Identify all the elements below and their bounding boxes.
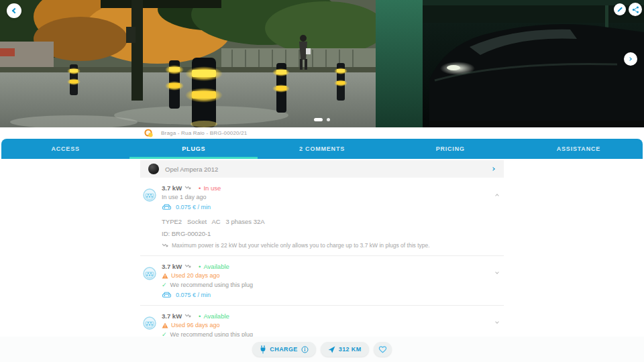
- plug-item-3[interactable]: 3.7 kW • Available Used 96 days ago: [140, 306, 504, 337]
- tab-plugs[interactable]: PLUGS: [129, 139, 258, 159]
- chevron-right-icon: [628, 57, 632, 61]
- plug-used-note: Used 96 days ago: [171, 322, 220, 328]
- plug-power: 3.7 kW: [162, 263, 182, 270]
- zigzag-arrow-icon: [184, 185, 192, 191]
- share-button[interactable]: [629, 3, 642, 16]
- station-marker-icon: [144, 129, 153, 137]
- tab-plugs-label: PLUGS: [182, 145, 205, 152]
- status-dot: •: [199, 263, 201, 269]
- location-row: Braga - Rua Raio - BRG-00020/21: [0, 127, 644, 139]
- info-icon[interactable]: [301, 346, 309, 353]
- charging-station-page: Braga - Rua Raio - BRG-00020/21 ACCESS P…: [0, 0, 644, 362]
- location-label: Braga - Rua Raio - BRG-00020/21: [161, 130, 248, 136]
- navigation-arrow-icon: [328, 346, 335, 353]
- car-icon: [162, 292, 172, 298]
- plug-status: Available: [203, 312, 229, 320]
- type2-socket-icon: [143, 188, 156, 202]
- chevron-down-icon[interactable]: [495, 270, 499, 274]
- tab-comments[interactable]: 2 COMMENTS: [258, 139, 386, 159]
- plug-item-2[interactable]: 3.7 kW • Available Used 20 days ago: [140, 256, 504, 306]
- tab-pricing-label: PRICING: [436, 145, 465, 152]
- carousel-indicators: [0, 118, 644, 121]
- zigzag-arrow-icon: [184, 313, 192, 319]
- action-bar: CHARGE 312 KM: [0, 337, 644, 362]
- chevron-right-icon: [491, 167, 495, 171]
- plug-specs: TYPE2 Socket AC 3 phases 32A: [162, 218, 484, 225]
- carousel-dot-active[interactable]: [314, 118, 323, 121]
- charge-button[interactable]: CHARGE: [252, 342, 315, 357]
- plugs-panel: Opel Ampera 2012 3.7 kW: [0, 159, 644, 337]
- vehicle-name: Opel Ampera 2012: [165, 166, 492, 173]
- plug-used-note: Used 20 days ago: [171, 272, 220, 279]
- chevron-up-icon[interactable]: [495, 194, 499, 198]
- station-photo: [0, 0, 644, 127]
- back-button[interactable]: [7, 3, 21, 18]
- tab-assistance[interactable]: ASSISTANCE: [515, 139, 643, 159]
- zigzag-arrow-icon: [162, 243, 169, 249]
- tab-bar: ACCESS PLUGS 2 COMMENTS PRICING ASSISTAN…: [1, 139, 643, 159]
- station-photo-carousel[interactable]: [0, 0, 644, 127]
- tab-comments-label: 2 COMMENTS: [299, 145, 345, 152]
- carousel-dot[interactable]: [327, 118, 330, 121]
- plug-status: Available: [203, 263, 229, 270]
- distance-label: 312 KM: [339, 346, 362, 353]
- edit-button[interactable]: [614, 3, 626, 15]
- charge-button-label: CHARGE: [270, 346, 297, 353]
- check-icon: ✓: [162, 282, 167, 288]
- type2-socket-icon: [143, 267, 156, 280]
- type2-socket-icon: [143, 316, 156, 330]
- plug-icon: [260, 345, 266, 354]
- tab-access[interactable]: ACCESS: [1, 139, 129, 159]
- plug-power: 3.7 kW: [162, 184, 182, 192]
- warning-icon: [162, 322, 168, 328]
- plug-id: ID: BRG-00020-1: [162, 230, 484, 237]
- warning-icon: [162, 273, 168, 279]
- plug-power: 3.7 kW: [162, 312, 182, 320]
- plug-price: 0.075 € / min: [176, 292, 211, 298]
- vehicle-selector[interactable]: Opel Ampera 2012: [140, 160, 504, 178]
- plug-recommendation: We recommend using this plug: [170, 282, 253, 288]
- share-icon: [632, 6, 639, 13]
- plug-max-power-note: Maximum power is 22 kW but your vehicle …: [172, 242, 430, 249]
- navigate-button[interactable]: 312 KM: [321, 342, 369, 357]
- pencil-icon: [616, 6, 623, 13]
- chevron-left-icon: [12, 8, 17, 13]
- status-dot: •: [199, 313, 201, 319]
- favorite-button[interactable]: [374, 342, 392, 357]
- car-icon: [162, 204, 172, 210]
- zigzag-arrow-icon: [184, 263, 192, 269]
- status-dot: •: [199, 185, 201, 191]
- check-icon: ✓: [162, 331, 167, 337]
- plug-status-note: In use 1 day ago: [162, 194, 484, 200]
- carousel-next-button[interactable]: [624, 52, 637, 66]
- heart-icon: [378, 345, 387, 353]
- plug-price: 0.075 € / min: [176, 204, 211, 210]
- plug-status: In use: [203, 184, 221, 192]
- plug-recommendation: We recommend using this plug: [170, 331, 253, 337]
- vehicle-avatar: [148, 164, 159, 174]
- plug-item-1[interactable]: 3.7 kW • In use In use 1 day ago: [140, 178, 504, 256]
- tab-access-label: ACCESS: [51, 145, 79, 152]
- tab-assistance-label: ASSISTANCE: [557, 145, 600, 152]
- chevron-down-icon[interactable]: [495, 320, 499, 324]
- tab-pricing[interactable]: PRICING: [386, 139, 515, 159]
